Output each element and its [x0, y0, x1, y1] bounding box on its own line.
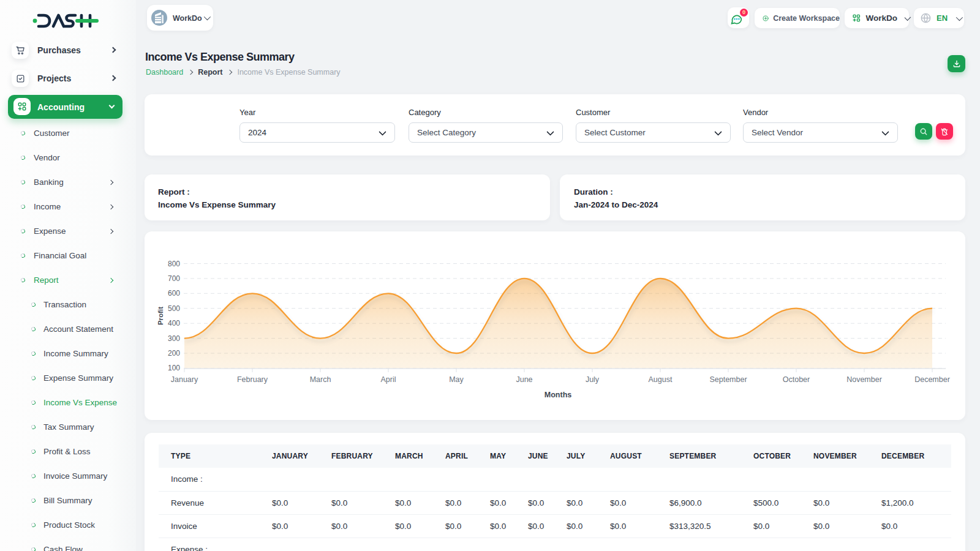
svg-text:May: May — [449, 375, 464, 384]
svg-text:800: 800 — [168, 260, 180, 268]
svg-text:June: June — [516, 375, 532, 384]
svg-text:August: August — [649, 375, 673, 384]
svg-text:April: April — [380, 375, 396, 384]
svg-text:300: 300 — [168, 334, 180, 343]
svg-text:100: 100 — [168, 364, 180, 372]
svg-text:500: 500 — [168, 304, 180, 313]
svg-text:Profit: Profit — [157, 307, 164, 325]
svg-text:July: July — [586, 375, 600, 384]
svg-text:September: September — [709, 375, 747, 384]
svg-text:February: February — [237, 375, 268, 384]
svg-text:January: January — [171, 375, 198, 384]
svg-text:November: November — [846, 375, 882, 384]
svg-text:400: 400 — [168, 319, 180, 328]
svg-text:700: 700 — [168, 274, 180, 283]
svg-text:Months: Months — [545, 391, 571, 399]
svg-text:March: March — [310, 375, 331, 384]
svg-text:600: 600 — [168, 289, 180, 298]
svg-text:October: October — [783, 375, 810, 384]
svg-text:December: December — [914, 375, 950, 384]
svg-text:200: 200 — [168, 349, 180, 358]
